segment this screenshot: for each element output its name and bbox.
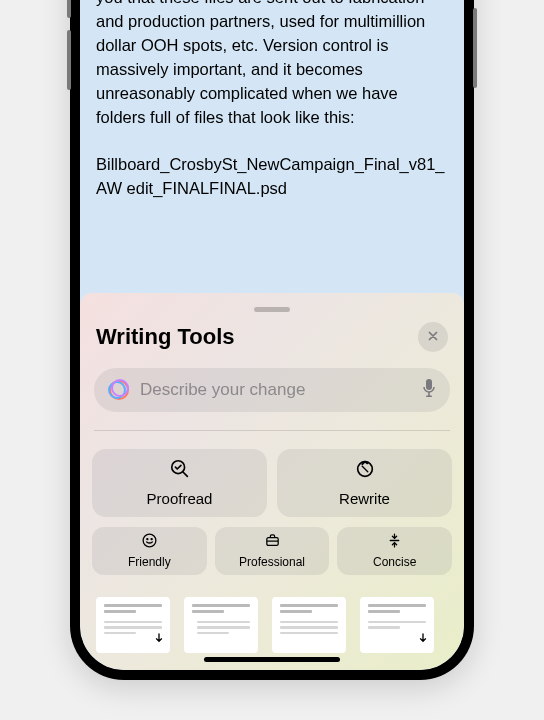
magnify-check-icon xyxy=(169,458,191,484)
phone-frame: kicked off this project. Surely I needn'… xyxy=(70,0,474,680)
briefcase-icon xyxy=(264,532,281,553)
phone-side-button xyxy=(67,30,71,90)
example-filename: Billboard_CrosbySt_NewCampaign_Final_v81… xyxy=(96,153,448,199)
proofread-label: Proofread xyxy=(147,490,213,507)
phone-side-button xyxy=(67,0,71,18)
arrow-down-icon xyxy=(154,630,164,648)
proofread-button[interactable]: Proofread xyxy=(92,449,267,517)
screen: kicked off this project. Surely I needn'… xyxy=(80,0,464,670)
svg-point-6 xyxy=(143,534,156,547)
concise-button[interactable]: Concise xyxy=(337,527,452,575)
writing-tools-sheet: Writing Tools Describe your change xyxy=(80,293,464,670)
rewrite-button[interactable]: Rewrite xyxy=(277,449,452,517)
template-summary[interactable] xyxy=(96,597,170,653)
close-icon xyxy=(427,328,439,346)
professional-button[interactable]: Professional xyxy=(215,527,330,575)
describe-change-input[interactable]: Describe your change xyxy=(94,368,450,412)
svg-point-7 xyxy=(147,539,148,540)
selected-text-area: kicked off this project. Surely I needn'… xyxy=(80,0,464,200)
collapse-icon xyxy=(386,532,403,553)
smile-icon xyxy=(141,532,158,553)
home-indicator[interactable] xyxy=(204,657,340,662)
rewrite-label: Rewrite xyxy=(339,490,390,507)
input-placeholder: Describe your change xyxy=(140,380,422,400)
professional-label: Professional xyxy=(239,555,305,569)
svg-line-5 xyxy=(362,466,368,472)
siri-icon xyxy=(108,379,130,401)
svg-rect-1 xyxy=(428,392,430,396)
sheet-title: Writing Tools xyxy=(96,324,235,350)
microphone-icon[interactable] xyxy=(422,378,436,402)
arrow-down-icon xyxy=(418,630,428,648)
sheet-grabber[interactable] xyxy=(254,307,290,312)
divider xyxy=(94,430,450,431)
friendly-label: Friendly xyxy=(128,555,171,569)
concise-label: Concise xyxy=(373,555,416,569)
template-list[interactable] xyxy=(272,597,346,653)
template-table[interactable] xyxy=(360,597,434,653)
body-paragraph: kicked off this project. Surely I needn'… xyxy=(96,0,448,129)
sheet-header: Writing Tools xyxy=(92,322,452,368)
friendly-button[interactable]: Friendly xyxy=(92,527,207,575)
phone-side-button xyxy=(473,8,477,88)
tone-actions-row: Friendly Professional Concise xyxy=(92,527,452,575)
template-keypoints[interactable] xyxy=(184,597,258,653)
svg-point-8 xyxy=(151,539,152,540)
primary-actions-row: Proofread Rewrite xyxy=(92,449,452,517)
rewrite-icon xyxy=(354,458,376,484)
close-button[interactable] xyxy=(418,322,448,352)
svg-rect-0 xyxy=(426,379,432,390)
summary-templates-row xyxy=(92,597,452,653)
svg-rect-2 xyxy=(426,396,432,398)
